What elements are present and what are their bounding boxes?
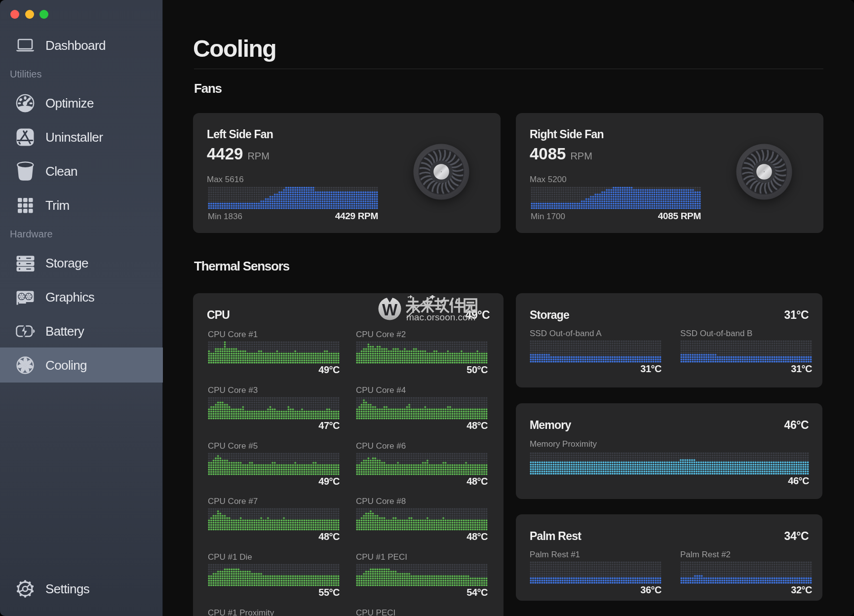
svg-text:W: W [382,301,398,319]
svg-text:mac.orsoon.com: mac.orsoon.com [406,312,475,322]
